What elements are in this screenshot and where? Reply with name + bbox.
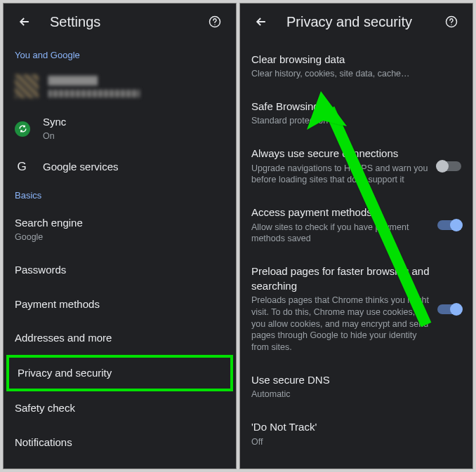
avatar xyxy=(15,74,39,98)
payment-access-row[interactable]: Access payment methods Allow sites to ch… xyxy=(240,196,472,255)
addresses-label: Addresses and more xyxy=(15,331,225,345)
search-engine-row[interactable]: Search engine Google xyxy=(4,206,236,253)
header: Privacy and security xyxy=(240,4,472,43)
page-title: Settings xyxy=(50,14,206,30)
section-basics: Basics xyxy=(4,183,236,206)
help-icon[interactable] xyxy=(206,13,223,30)
section-you-and-google: You and Google xyxy=(4,43,236,66)
addresses-row[interactable]: Addresses and more xyxy=(4,321,236,355)
payment-methods-label: Payment methods xyxy=(15,297,225,311)
payment-access-sub: Allow sites to check if you have payment… xyxy=(251,222,430,245)
help-icon[interactable] xyxy=(443,13,460,30)
sync-row[interactable]: Sync On xyxy=(4,107,236,151)
preload-label: Preload pages for faster browsing and se… xyxy=(251,264,430,293)
secure-dns-sub: Automatic xyxy=(251,389,461,400)
highlight-annotation: Privacy and security xyxy=(6,355,233,391)
page-title: Privacy and security xyxy=(286,14,443,30)
passwords-row[interactable]: Passwords xyxy=(4,253,236,287)
google-services-row[interactable]: G Google services xyxy=(4,151,236,183)
safe-browsing-sub: Standard protection on xyxy=(251,115,461,127)
secure-connections-sub: Upgrade navigations to HTTPS and warn yo… xyxy=(251,163,430,187)
sync-label: Sync xyxy=(43,115,225,129)
account-text xyxy=(48,76,140,97)
header: Settings xyxy=(4,4,236,43)
safety-check-label: Safety check xyxy=(15,401,225,415)
notifications-label: Notifications xyxy=(15,436,225,450)
preload-row[interactable]: Preload pages for faster browsing and se… xyxy=(240,255,472,363)
account-name-redacted xyxy=(48,76,98,86)
account-email-redacted xyxy=(48,90,140,97)
privacy-security-row[interactable]: Privacy and security xyxy=(9,358,230,389)
secure-connections-label: Always use secure connections xyxy=(251,147,430,161)
secure-dns-label: Use secure DNS xyxy=(251,373,461,387)
back-arrow-icon[interactable] xyxy=(253,13,270,30)
payment-access-toggle[interactable] xyxy=(437,220,461,230)
notifications-row[interactable]: Notifications xyxy=(4,426,236,459)
back-arrow-icon[interactable] xyxy=(16,13,33,30)
sync-status: On xyxy=(43,130,225,142)
google-services-label: Google services xyxy=(43,160,225,174)
privacy-security-panel: Privacy and security Clear browsing data… xyxy=(239,3,473,469)
google-g-icon: G xyxy=(15,160,29,174)
sandbox-label: Privacy Sandbox xyxy=(251,467,461,469)
payment-access-label: Access payment methods xyxy=(251,205,430,220)
privacy-sandbox-row[interactable]: Privacy Sandbox Trial features are on xyxy=(240,457,472,469)
svg-point-3 xyxy=(451,25,451,25)
safety-check-row[interactable]: Safety check xyxy=(4,391,236,425)
search-engine-label: Search engine xyxy=(15,216,225,230)
preload-toggle[interactable] xyxy=(437,304,461,314)
sync-icon xyxy=(15,121,30,137)
clear-browsing-sub: Clear history, cookies, site data, cache… xyxy=(251,68,461,80)
clear-browsing-row[interactable]: Clear browsing data Clear history, cooki… xyxy=(240,43,472,90)
settings-panel: Settings You and Google Sync On G Google… xyxy=(3,3,237,469)
privacy-security-label: Privacy and security xyxy=(18,366,222,380)
dnt-sub: Off xyxy=(251,436,461,448)
safe-browsing-row[interactable]: Safe Browsing Standard protection on xyxy=(240,90,472,137)
svg-point-1 xyxy=(214,25,215,25)
payment-methods-row[interactable]: Payment methods xyxy=(4,288,236,321)
dnt-row[interactable]: 'Do Not Track' Off xyxy=(240,410,472,457)
account-row[interactable] xyxy=(4,66,236,107)
preload-sub: Preloads pages that Chrome thinks you mi… xyxy=(251,295,430,353)
secure-dns-row[interactable]: Use secure DNS Automatic xyxy=(240,363,472,410)
clear-browsing-label: Clear browsing data xyxy=(251,53,461,67)
dnt-label: 'Do Not Track' xyxy=(251,420,461,434)
search-engine-value: Google xyxy=(15,231,225,243)
passwords-label: Passwords xyxy=(15,263,225,277)
secure-connections-row[interactable]: Always use secure connections Upgrade na… xyxy=(240,137,472,196)
secure-connections-toggle[interactable] xyxy=(437,161,461,171)
safe-browsing-label: Safe Browsing xyxy=(251,100,461,114)
